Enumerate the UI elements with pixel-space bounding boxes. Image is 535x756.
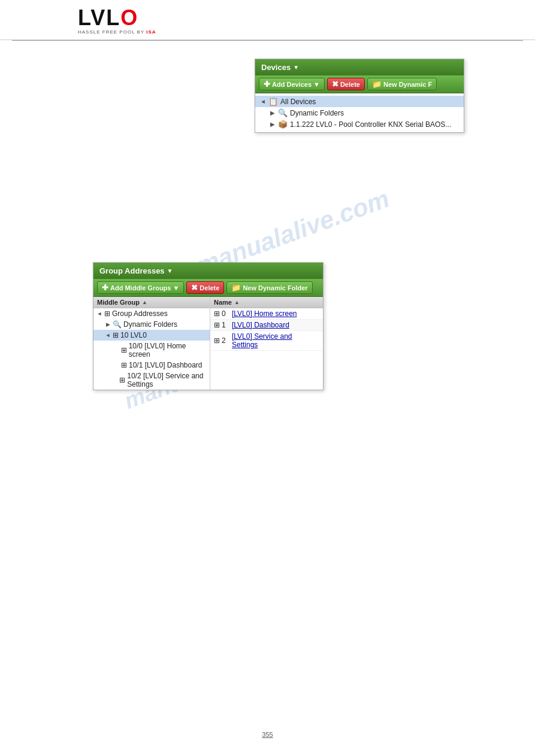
- device-1-label: 1.1.222 LVL0 - Pool Controller KNX Seria…: [290, 120, 451, 129]
- ga-new-folder-label: New Dynamic Folder: [243, 284, 307, 292]
- ga-tree-area: Middle Group ▲ ◄ ⊞ Group Addresses ▶ 🔍 D…: [93, 297, 323, 390]
- all-devices-label: All Devices: [280, 98, 316, 106]
- ga-delete-label: Delete: [200, 284, 219, 292]
- ga-right-panel: Name ▲ ⊞ 0 [LVL0] Home screen ⊞ 1 [LVL0]…: [210, 297, 323, 390]
- delete-button[interactable]: ✖ Delete: [327, 78, 365, 90]
- ga-toolbar: ✚ Add Middle Groups ▼ ✖ Delete 📁 New Dyn…: [93, 279, 323, 297]
- devices-panel: Devices ▼ ✚ Add Devices ▼ ✖ Delete 📁 New…: [255, 59, 464, 133]
- ga-dynamic-label: Dynamic Folders: [123, 320, 177, 329]
- ga-dynamic-icon: 🔍: [113, 320, 122, 329]
- ga-num-icon-1: ⊞: [214, 321, 220, 329]
- expand-icon: ◄: [259, 98, 267, 105]
- sort-icon: ▲: [234, 299, 240, 305]
- dynamic-folders-icon: 🔍: [278, 108, 288, 117]
- tree-item-dynamic-folders[interactable]: ▶ 🔍 Dynamic Folders: [255, 107, 464, 119]
- ga-right-row-0[interactable]: ⊞ 0 [LVL0] Home screen: [210, 308, 323, 320]
- devices-tree: ◄ 📋 All Devices ▶ 🔍 Dynamic Folders ▶ 📦 …: [255, 93, 464, 132]
- ga-delete-button[interactable]: ✖ Delete: [186, 281, 224, 294]
- logo-tagline: HASSLE FREE POOL BY ISA: [78, 29, 156, 35]
- page-footer: 355: [262, 731, 273, 738]
- ga-10-label: 10 LVL0: [120, 331, 147, 339]
- expand-icon: ▶: [104, 321, 111, 327]
- expand-icon: ▶: [268, 121, 277, 127]
- ga-root-label: Group Addresses: [112, 309, 168, 318]
- add-devices-label: Add Devices: [272, 81, 312, 88]
- main-content: manualalive.com Devices ▼ ✚ Add Devices …: [0, 41, 535, 65]
- devices-panel-title: Devices: [261, 63, 291, 72]
- ga-10-icon: ⊞: [113, 331, 119, 339]
- ga-panel-arrow: ▼: [167, 268, 173, 274]
- ga-10-1-label: 10/1 [LVL0] Dashboard: [129, 361, 202, 369]
- group-addresses-panel: Group Addresses ▼ ✚ Add Middle Groups ▼ …: [93, 262, 324, 390]
- ga-col-name-2[interactable]: [LVL0] Service and Settings: [232, 332, 319, 349]
- ga-num-2: 2: [222, 336, 226, 345]
- plus-icon: ✚: [264, 80, 270, 89]
- delete-icon: ✖: [332, 80, 338, 89]
- ga-panel-title: Group Addresses: [99, 266, 165, 275]
- ga-num-1: 1: [222, 321, 226, 329]
- ga-root-icon: ⊞: [104, 309, 110, 318]
- folder-icon: 📁: [372, 80, 382, 89]
- ga-right-column-header: Name ▲: [210, 297, 323, 308]
- ga-10-lvl0[interactable]: ◄ ⊞ 10 LVL0: [93, 330, 210, 341]
- new-dynamic-folder-button[interactable]: 📁 New Dynamic F: [367, 78, 437, 90]
- ga-col-name-1[interactable]: [LVL0] Dashboard: [232, 321, 319, 329]
- ga-10-0[interactable]: ⊞ 10/0 [LVL0] Home screen: [93, 341, 210, 360]
- ga-right-col-label: Name: [214, 299, 232, 306]
- add-devices-dropdown-arrow: ▼: [313, 81, 320, 88]
- ga-new-folder-button[interactable]: 📁 New Dynamic Folder: [226, 281, 312, 294]
- ga-left-col-label: Middle Group: [97, 299, 140, 306]
- devices-panel-header: Devices ▼: [255, 59, 464, 75]
- expand-icon: ◄: [104, 332, 111, 338]
- devices-panel-arrow: ▼: [293, 64, 299, 71]
- ga-10-2[interactable]: ⊞ 10/2 [LVL0] Service and Settings: [93, 371, 210, 390]
- device-icon: 📦: [278, 120, 288, 129]
- delete-label: Delete: [340, 81, 360, 88]
- add-middle-groups-button[interactable]: ✚ Add Middle Groups ▼: [97, 281, 184, 294]
- ga-col-name-0[interactable]: [LVL0] Home screen: [232, 309, 319, 318]
- ga-tree-root[interactable]: ◄ ⊞ Group Addresses: [93, 308, 210, 319]
- ga-col-num-1: ⊞ 1: [214, 321, 232, 329]
- add-middle-dropdown-arrow: ▼: [173, 284, 179, 292]
- folder-icon: 📁: [231, 283, 241, 292]
- new-folder-label: New Dynamic F: [383, 81, 432, 88]
- expand-icon: ◄: [96, 311, 103, 317]
- ga-dynamic-folders[interactable]: ▶ 🔍 Dynamic Folders: [93, 319, 210, 330]
- dynamic-folders-label: Dynamic Folders: [290, 109, 344, 117]
- ga-right-row-2[interactable]: ⊞ 2 [LVL0] Service and Settings: [210, 331, 323, 351]
- ga-col-num-2: ⊞ 2: [214, 336, 232, 345]
- tree-item-device-1[interactable]: ▶ 📦 1.1.222 LVL0 - Pool Controller KNX S…: [255, 119, 464, 130]
- header: LVLO HASSLE FREE POOL BY ISA: [0, 0, 535, 40]
- ga-col-num-0: ⊞ 0: [214, 309, 232, 318]
- ga-left-column-header: Middle Group ▲: [93, 297, 210, 308]
- ga-left-panel: Middle Group ▲ ◄ ⊞ Group Addresses ▶ 🔍 D…: [93, 297, 210, 390]
- ga-num-0: 0: [222, 309, 226, 318]
- ga-right-row-1[interactable]: ⊞ 1 [LVL0] Dashboard: [210, 320, 323, 331]
- ga-num-icon-2: ⊞: [214, 336, 220, 345]
- ga-10-0-icon: ⊞: [121, 346, 127, 354]
- ga-panel-header: Group Addresses ▼: [93, 263, 323, 279]
- ga-10-0-label: 10/0 [LVL0] Home screen: [129, 342, 207, 359]
- add-devices-button[interactable]: ✚ Add Devices ▼: [259, 78, 325, 90]
- logo: LVLO: [78, 7, 138, 29]
- ga-10-2-icon: ⊞: [119, 376, 125, 384]
- expand-icon: ▶: [268, 110, 277, 116]
- delete-icon: ✖: [191, 283, 198, 292]
- page-number: 355: [262, 731, 273, 738]
- sort-icon: ▲: [142, 299, 147, 305]
- ga-10-1[interactable]: ⊞ 10/1 [LVL0] Dashboard: [93, 360, 210, 371]
- ga-num-icon-0: ⊞: [214, 309, 220, 318]
- logo-container: LVLO HASSLE FREE POOL BY ISA: [78, 7, 523, 35]
- ga-10-2-label: 10/2 [LVL0] Service and Settings: [127, 372, 207, 388]
- ga-10-1-icon: ⊞: [121, 361, 127, 369]
- all-devices-icon: 📋: [268, 97, 278, 106]
- add-middle-groups-label: Add Middle Groups: [110, 284, 171, 292]
- tree-item-all-devices[interactable]: ◄ 📋 All Devices: [255, 96, 464, 107]
- devices-toolbar: ✚ Add Devices ▼ ✖ Delete 📁 New Dynamic F: [255, 75, 464, 93]
- plus-icon: ✚: [102, 283, 108, 292]
